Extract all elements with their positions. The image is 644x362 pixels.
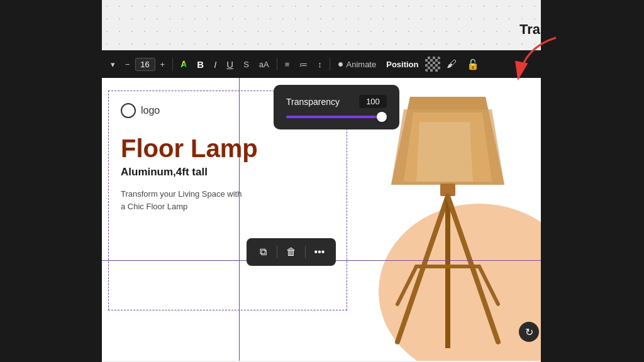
transparency-popup: Transparency <box>274 85 399 129</box>
font-size-decrease-btn[interactable]: − <box>121 57 134 72</box>
paint-btn[interactable]: 🖌 <box>443 56 460 72</box>
rotate-icon: ↻ <box>525 326 533 338</box>
lock-icon: 🔓 <box>467 58 479 70</box>
arrow-annotation <box>506 35 569 85</box>
more-icon: ••• <box>314 246 325 258</box>
text-color-icon: A <box>180 59 187 69</box>
logo-circle <box>121 103 136 118</box>
animate-icon: ● <box>338 58 344 70</box>
line-height-btn[interactable]: ↕ <box>314 57 326 72</box>
copy-btn[interactable]: ⧉ <box>253 242 273 262</box>
animate-btn[interactable]: ● Animate <box>334 56 380 72</box>
left-panel <box>0 0 102 362</box>
font-size-increase-btn[interactable]: + <box>157 57 169 72</box>
logo-area: logo <box>121 103 160 118</box>
divider-3 <box>330 58 330 70</box>
delete-btn[interactable]: 🗑 <box>281 242 301 262</box>
line-height-icon: ↕ <box>318 60 322 69</box>
divider-2 <box>277 58 277 70</box>
svg-marker-10 <box>416 122 473 182</box>
bold-btn[interactable]: B <box>193 57 208 72</box>
svg-line-4 <box>397 196 448 342</box>
paint-icon: 🖌 <box>447 58 457 70</box>
slider-track <box>286 116 387 118</box>
font-size-group: − + <box>121 57 169 72</box>
align-list-btn[interactable]: ≔ <box>296 57 311 72</box>
position-btn[interactable]: Position <box>382 57 422 72</box>
animate-label: Animate <box>347 60 377 69</box>
slider-thumb <box>377 112 387 122</box>
divider-1 <box>172 58 173 70</box>
more-btn[interactable]: ••• <box>309 242 330 262</box>
underline-btn[interactable]: U <box>223 57 237 72</box>
list-icon: ≔ <box>299 60 308 69</box>
svg-line-6 <box>448 196 498 342</box>
text-color-btn[interactable]: A <box>177 57 191 72</box>
popup-row: Transparency <box>286 95 387 108</box>
chevron-down-icon: ▾ <box>111 60 115 69</box>
popup-label: Transparency <box>286 97 340 107</box>
copy-icon: ⧉ <box>260 246 267 258</box>
lock-btn[interactable]: 🔓 <box>463 56 483 73</box>
align-left-btn[interactable]: ≡ <box>281 57 294 72</box>
dropdown-btn[interactable]: ▾ <box>107 57 119 72</box>
case-btn[interactable]: aA <box>255 57 273 72</box>
subheading-text: Aluminum,4ft tall <box>121 166 208 178</box>
toolbar: ▾ − + A B I U S aA ≡ ≔ ↕ ● Animate Posit… <box>102 50 542 78</box>
heading-text: Floor Lamp <box>121 134 258 163</box>
slider-container[interactable] <box>286 116 387 119</box>
float-divider-2 <box>305 246 306 258</box>
logo-text: logo <box>141 105 160 116</box>
transparency-value-input[interactable] <box>359 95 387 108</box>
float-divider <box>277 246 277 258</box>
strikethrough-btn[interactable]: S <box>240 57 253 72</box>
delete-icon: 🗑 <box>286 246 296 258</box>
transparency-btn[interactable] <box>425 57 440 72</box>
italic-btn[interactable]: I <box>210 57 220 72</box>
body-text: Transform your Living Space with a Chic … <box>121 188 247 212</box>
rotate-handle[interactable]: ↻ <box>519 322 539 342</box>
align-left-icon: ≡ <box>285 60 290 69</box>
float-toolbar: ⧉ 🗑 ••• <box>247 238 336 266</box>
font-size-input[interactable] <box>135 58 155 71</box>
